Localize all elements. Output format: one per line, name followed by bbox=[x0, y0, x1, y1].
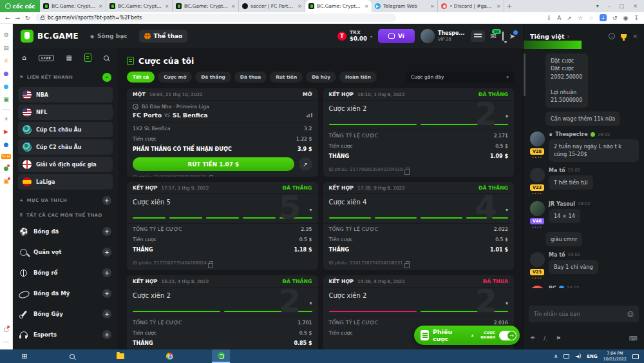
command-icon[interactable]: /. bbox=[544, 335, 547, 342]
avatar[interactable] bbox=[530, 252, 545, 267]
wallet-button[interactable]: Ví bbox=[378, 29, 415, 43]
sidebar-quick-link[interactable]: NBA bbox=[18, 87, 113, 103]
filter-pill[interactable]: Tất cả bbox=[127, 72, 155, 83]
tab-close-icon[interactable] bbox=[231, 4, 235, 9]
add-favorite-button[interactable]: + bbox=[102, 196, 111, 205]
betslip-button[interactable]: Phiếu cược ▴ CƯỢC NHANH bbox=[414, 326, 520, 345]
expand-caret-icon[interactable]: ▾ bbox=[506, 113, 508, 119]
tab-discord[interactable]: • Discord | #games | bbox=[438, 0, 504, 12]
trophy-icon[interactable] bbox=[621, 34, 627, 39]
mail-icon[interactable]: ✉99 bbox=[491, 32, 497, 41]
expand-icon[interactable]: + bbox=[102, 330, 111, 339]
expand-icon[interactable]: + bbox=[102, 227, 111, 236]
sidebar-item-cricket[interactable]: Bóng Gậy+ bbox=[13, 304, 118, 324]
bc-mascot-avatar[interactable] bbox=[530, 286, 545, 288]
avatar[interactable] bbox=[530, 201, 545, 216]
tab-close-icon[interactable] bbox=[365, 4, 368, 9]
sidebar-item-football[interactable]: ⚽Bóng đá+ bbox=[13, 221, 118, 242]
copy-icon[interactable] bbox=[209, 175, 213, 177]
download-page-icon[interactable]: ⇩ bbox=[547, 15, 552, 21]
sidebar-item-fifa[interactable]: FIFA+ bbox=[13, 345, 118, 349]
filter-pill[interactable]: Hoàn tiền bbox=[339, 72, 377, 83]
notification-bell-icon[interactable]: ○ bbox=[4, 326, 9, 333]
messenger-icon[interactable]: ● bbox=[4, 70, 9, 77]
expand-caret-icon[interactable]: ▾ bbox=[506, 300, 508, 306]
tab-search-icon[interactable]: ▾ bbox=[596, 3, 599, 9]
file-explorer-icon[interactable] bbox=[111, 349, 129, 363]
nav-sports[interactable]: Thể thao bbox=[139, 30, 188, 43]
tab-bcgame-1[interactable]: BC.Game: Crypto Casino bbox=[40, 0, 106, 12]
tab-close-icon[interactable] bbox=[165, 4, 169, 9]
rail-divider[interactable] bbox=[3, 109, 10, 110]
filter-pill[interactable]: Đã thắng bbox=[195, 72, 231, 83]
my-bets-icon[interactable] bbox=[84, 54, 91, 62]
coccoc-brand-button[interactable]: cốc cốc bbox=[0, 0, 40, 12]
adblock-shield-icon[interactable]: ♢ bbox=[589, 15, 594, 21]
network-icon[interactable] bbox=[564, 354, 569, 358]
tab-bcgame-active[interactable]: BC.Game: Crypto Casino bbox=[305, 0, 372, 12]
sort-dropdown[interactable]: Cược gần đây bbox=[406, 72, 514, 83]
copy-icon[interactable] bbox=[406, 168, 410, 172]
chat-username[interactable]: Ma tố bbox=[549, 252, 565, 258]
tab-close-icon[interactable] bbox=[298, 4, 301, 9]
tab-close-icon[interactable] bbox=[430, 4, 434, 9]
sidebar-item-esports[interactable]: Esports+ bbox=[13, 324, 118, 345]
user-chip[interactable]: Thespe... VIP 28 bbox=[421, 29, 465, 43]
tab-soccer-stats[interactable]: soccer | FC Porto vs SL B bbox=[239, 0, 305, 12]
expand-caret-icon[interactable]: ▾ bbox=[309, 300, 312, 306]
cart-icon[interactable]: ▣ bbox=[3, 178, 9, 185]
nav-casino[interactable]: ◆ Sòng bạc bbox=[85, 30, 133, 43]
chat-username[interactable]: Thespectre bbox=[555, 132, 587, 137]
tray-expand-icon[interactable]: ∧ bbox=[554, 353, 558, 359]
chrome-icon[interactable] bbox=[160, 349, 178, 363]
forward-icon[interactable]: → bbox=[15, 15, 21, 21]
expand-icon[interactable]: + bbox=[102, 268, 111, 277]
copy-icon[interactable] bbox=[406, 261, 410, 265]
action-center-icon[interactable] bbox=[632, 354, 639, 359]
filter-pill[interactable]: Đã thua bbox=[234, 72, 267, 83]
filter-pill[interactable]: Đã hủy bbox=[306, 72, 336, 83]
chat-rules-icon[interactable]: ⚑ bbox=[556, 335, 561, 342]
sidebar-quick-link[interactable]: Giải vô địch quốc gia bbox=[18, 157, 113, 172]
store-icon[interactable]: ● bbox=[4, 165, 9, 172]
volume-icon[interactable]: ◄) bbox=[575, 353, 581, 359]
bookmark-star-icon[interactable]: ☆ bbox=[578, 15, 583, 21]
expand-caret-icon[interactable]: ▾ bbox=[506, 207, 508, 213]
expand-caret-icon[interactable]: ▾ bbox=[309, 207, 312, 213]
tab-telegram[interactable]: Telegram Web bbox=[372, 0, 438, 12]
calendar-icon[interactable]: 21.10 bbox=[1, 154, 11, 159]
cashout-button[interactable]: RÚT TIỀN 1.07 $ bbox=[133, 157, 294, 171]
sync-icon[interactable]: ↺ bbox=[612, 15, 618, 21]
expand-icon[interactable]: + bbox=[102, 248, 111, 257]
feed-icon[interactable]: ▤ bbox=[3, 44, 9, 52]
sidebar-item-tennis[interactable]: Quần vợt+ bbox=[13, 242, 118, 262]
downloader-extension-icon[interactable]: ↓ bbox=[600, 14, 607, 21]
chat-username[interactable]: Ma tố bbox=[549, 168, 565, 173]
quick-bet-toggle[interactable] bbox=[499, 331, 516, 340]
taskbar-search-icon[interactable] bbox=[63, 349, 81, 363]
add-shortcut-icon[interactable]: + bbox=[4, 115, 9, 123]
tab-close-icon[interactable] bbox=[497, 4, 500, 9]
emoji-icon[interactable]: ☺ bbox=[627, 311, 634, 318]
sidebar-item-american-football[interactable]: Bóng đá Mỹ+ bbox=[13, 283, 118, 304]
chat-username[interactable]: BC bbox=[549, 286, 556, 288]
clock[interactable]: 7:04 PM 10/21/2022 bbox=[603, 351, 627, 361]
tab-close-icon[interactable] bbox=[99, 4, 102, 9]
sidebar-quick-link[interactable]: LaLiga bbox=[18, 174, 113, 190]
sidebar-quick-link[interactable]: NFL bbox=[18, 104, 113, 120]
close-button[interactable]: × bbox=[633, 3, 638, 9]
input-language[interactable]: ENG bbox=[587, 354, 597, 359]
start-button[interactable]: ⊞ bbox=[15, 349, 33, 363]
copy-icon[interactable] bbox=[209, 261, 213, 265]
back-icon[interactable]: ← bbox=[5, 15, 10, 21]
translate-icon[interactable]: A bbox=[557, 15, 561, 21]
zalo-icon[interactable]: ● bbox=[4, 83, 9, 90]
collapse-button[interactable]: – bbox=[102, 73, 111, 82]
sidebar-quick-link[interactable]: Cúp C2 châu Âu bbox=[18, 139, 113, 155]
rain-icon[interactable]: ☂ bbox=[530, 335, 535, 342]
minimize-button[interactable]: – bbox=[608, 3, 611, 9]
sidebar-item-basketball[interactable]: Bóng rổ+ bbox=[13, 262, 118, 283]
stats-icon[interactable] bbox=[307, 113, 312, 117]
new-tab-button[interactable]: + bbox=[504, 0, 515, 12]
schedule-icon[interactable]: ▦ bbox=[66, 54, 72, 61]
